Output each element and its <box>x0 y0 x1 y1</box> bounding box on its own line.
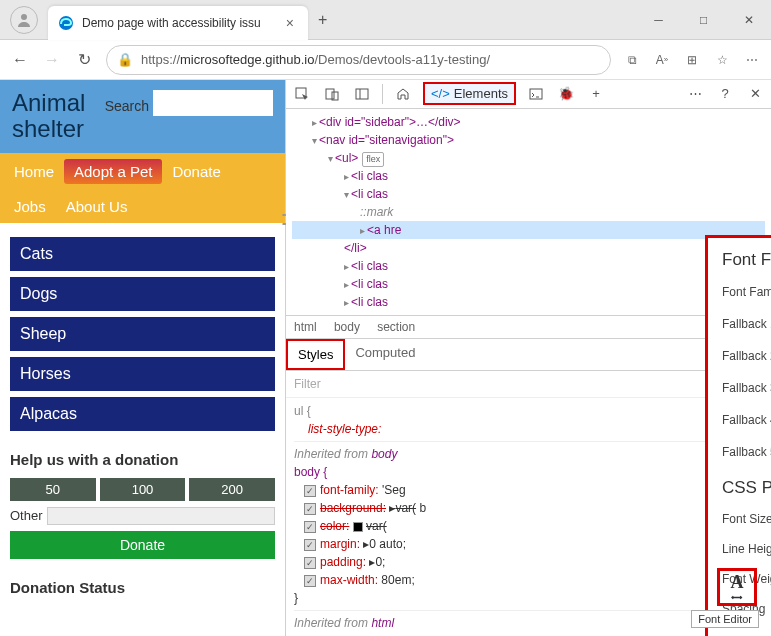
donation-status-heading: Donation Status <box>10 579 275 596</box>
site-title: Animal shelter <box>12 90 105 143</box>
svg-rect-5 <box>356 89 368 99</box>
tab-computed[interactable]: Computed <box>345 339 425 370</box>
category-sheep[interactable]: Sheep <box>10 317 275 351</box>
close-window-button[interactable]: ✕ <box>726 5 771 35</box>
search-input[interactable] <box>153 90 273 116</box>
panel-icon[interactable] <box>352 84 372 104</box>
close-devtools-icon[interactable]: ✕ <box>745 84 765 104</box>
tab-elements[interactable]: </> Elements <box>423 82 516 105</box>
forward-button: → <box>42 50 62 70</box>
edge-icon <box>58 15 74 31</box>
nav-home[interactable]: Home <box>4 159 64 184</box>
search-label: Search <box>105 98 149 114</box>
css-properties-heading: CSS Properties <box>722 478 771 498</box>
page-preview: Animal shelter Search Home Adopt a Pet D… <box>0 80 285 636</box>
font-editor-tooltip: Font Editor <box>691 610 759 628</box>
more-icon[interactable]: ⋯ <box>685 84 705 104</box>
donation-heading: Help us with a donation <box>10 451 275 468</box>
welcome-icon[interactable] <box>393 84 413 104</box>
tab-title: Demo page with accessibility issu <box>82 16 282 30</box>
profile-avatar[interactable] <box>10 6 38 34</box>
svg-rect-3 <box>326 89 334 99</box>
code-icon: </> <box>431 86 450 101</box>
devtools-toolbar: </> Elements 🐞 + ⋯ ? ✕ <box>286 80 771 109</box>
nav-jobs[interactable]: Jobs <box>4 194 56 219</box>
refresh-button[interactable]: ↻ <box>74 50 94 70</box>
tab-styles[interactable]: Styles <box>286 339 345 370</box>
add-tab-icon[interactable]: + <box>586 84 606 104</box>
font-editor-button[interactable]: A⟷ <box>717 568 757 606</box>
address-bar: ← → ↻ 🔒 https://microsoftedge.github.io/… <box>0 40 771 80</box>
dom-tree[interactable]: <div id="sidebar">…</div> <nav id="siten… <box>286 109 771 315</box>
bug-icon[interactable]: 🐞 <box>556 84 576 104</box>
category-horses[interactable]: Horses <box>10 357 275 391</box>
close-icon[interactable]: × <box>282 15 298 31</box>
styles-pane-tabs: Styles Computed <box>286 338 771 371</box>
console-icon[interactable] <box>526 84 546 104</box>
svg-point-0 <box>21 14 27 20</box>
dom-breadcrumb[interactable]: html body section <box>286 315 771 338</box>
minimize-button[interactable]: ─ <box>636 5 681 35</box>
flex-badge[interactable]: flex <box>362 152 384 168</box>
main-nav: Home Adopt a Pet Donate <box>0 153 285 191</box>
category-alpacas[interactable]: Alpacas <box>10 397 275 431</box>
favorite-icon[interactable]: ☆ <box>713 51 731 69</box>
donate-50[interactable]: 50 <box>10 478 96 501</box>
help-icon[interactable]: ? <box>715 84 735 104</box>
css-rules[interactable]: ul { list-style-type: Inherited from bod… <box>286 398 771 636</box>
drag-handle-icon[interactable]: •••••• <box>282 210 294 226</box>
other-label: Other <box>10 508 43 523</box>
tab-actions-icon[interactable]: ⧉ <box>623 51 641 69</box>
styles-filter[interactable]: Filter <box>286 371 771 398</box>
donate-200[interactable]: 200 <box>189 478 275 501</box>
nav-donate[interactable]: Donate <box>162 159 230 184</box>
maximize-button[interactable]: □ <box>681 5 726 35</box>
window-titlebar: Demo page with accessibility issu × + ─ … <box>0 0 771 40</box>
donate-100[interactable]: 100 <box>100 478 186 501</box>
browser-tab[interactable]: Demo page with accessibility issu × <box>48 6 308 40</box>
nav-about[interactable]: About Us <box>56 194 138 219</box>
category-cats[interactable]: Cats <box>10 237 275 271</box>
device-icon[interactable] <box>322 84 342 104</box>
url-input[interactable]: 🔒 https://microsoftedge.github.io/Demos/… <box>106 45 611 75</box>
inspect-icon[interactable] <box>292 84 312 104</box>
other-amount-input[interactable] <box>47 507 275 525</box>
collections-icon[interactable]: ⊞ <box>683 51 701 69</box>
category-dogs[interactable]: Dogs <box>10 277 275 311</box>
nav-adopt[interactable]: Adopt a Pet <box>64 159 162 184</box>
read-aloud-icon[interactable]: A» <box>653 51 671 69</box>
new-tab-button[interactable]: + <box>308 11 337 29</box>
menu-icon[interactable]: ⋯ <box>743 51 761 69</box>
back-button[interactable]: ← <box>10 50 30 70</box>
font-family-heading: Font Family <box>722 250 771 270</box>
devtools-panel: •••••• </> Elements 🐞 + ⋯ ? ✕ <div id="s… <box>285 80 771 636</box>
donate-button[interactable]: Donate <box>10 531 275 559</box>
lock-icon: 🔒 <box>117 52 133 67</box>
